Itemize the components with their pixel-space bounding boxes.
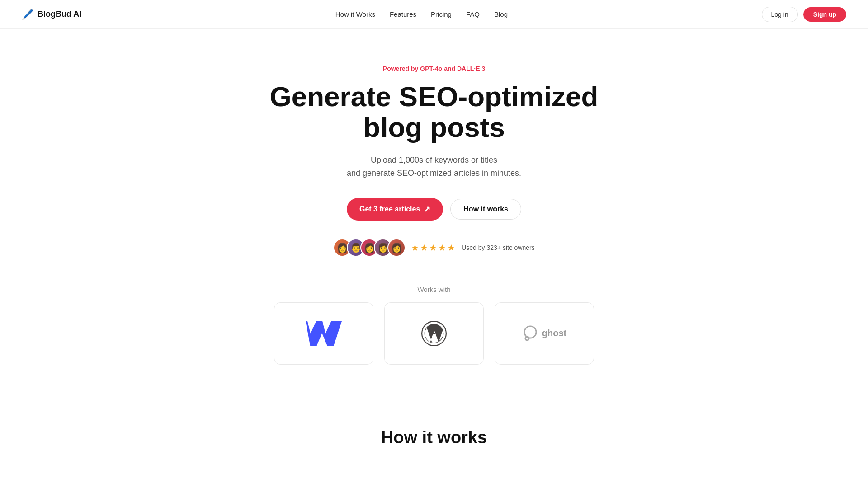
hero-subtitle: Upload 1,000s of keywords or titles and … [347, 154, 521, 180]
social-proof: 👩 👨 👩 👩 👩 ★★★★★ Used by 323+ site owners [333, 239, 534, 257]
logo-icon: 🖊️ [22, 9, 34, 20]
arrow-icon: ↗ [424, 204, 430, 214]
nav-actions: Log in Sign up [762, 7, 846, 22]
nav-links: How it Works Features Pricing FAQ Blog [335, 10, 508, 19]
how-it-works-button[interactable]: How it works [450, 199, 521, 220]
get-free-articles-button[interactable]: Get 3 free articles ↗ [347, 198, 443, 221]
webflow-svg [306, 321, 342, 346]
nav-pricing[interactable]: Pricing [431, 10, 452, 18]
navbar: 🖊️ BlogBud AI How it Works Features Pric… [0, 0, 868, 29]
platforms-list: ghost [241, 302, 627, 365]
ghost-svg [522, 325, 538, 342]
brand-name: BlogBud AI [38, 9, 81, 19]
wordpress-svg [421, 321, 447, 346]
platform-wordpress [384, 302, 484, 365]
hero-title: Generate SEO-optimized blog posts [249, 81, 619, 143]
login-button[interactable]: Log in [762, 7, 798, 22]
avatar-stack: 👩 👨 👩 👩 👩 [333, 239, 406, 257]
hero-buttons: Get 3 free articles ↗ How it works [347, 198, 521, 221]
signup-button[interactable]: Sign up [803, 7, 846, 22]
ghost-text: ghost [542, 328, 566, 338]
powered-highlight: GPT-4o and DALL·E 3 [420, 65, 485, 72]
how-it-works-section: How it works [0, 392, 868, 465]
social-proof-text: Used by 323+ site owners [462, 244, 534, 251]
nav-how-it-works[interactable]: How it Works [335, 10, 375, 18]
ghost-logo: ghost [522, 325, 566, 342]
hero-section: Powered by GPT-4o and DALL·E 3 Generate … [0, 29, 868, 392]
star-rating: ★★★★★ [411, 242, 456, 253]
avatar: 👩 [387, 239, 406, 257]
platform-ghost: ghost [495, 302, 594, 365]
platform-webflow [274, 302, 373, 365]
works-with-section: Works with [231, 286, 637, 365]
powered-by-text: Powered by GPT-4o and DALL·E 3 [383, 65, 485, 72]
nav-faq[interactable]: FAQ [466, 10, 480, 18]
nav-blog[interactable]: Blog [494, 10, 508, 18]
how-it-works-title: How it works [11, 428, 857, 447]
nav-features[interactable]: Features [390, 10, 416, 18]
works-with-label: Works with [241, 286, 627, 293]
webflow-logo [306, 321, 342, 346]
brand-logo[interactable]: 🖊️ BlogBud AI [22, 9, 81, 20]
